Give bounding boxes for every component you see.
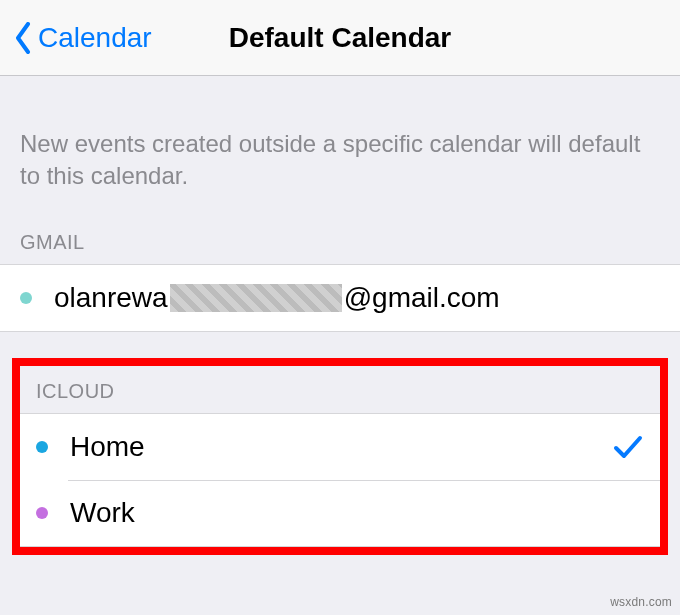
color-dot-icon <box>36 441 48 453</box>
description-text: New events created outside a specific ca… <box>20 128 660 193</box>
section-header-icloud: ICLOUD <box>20 366 660 413</box>
calendar-row-home[interactable]: Home <box>20 414 660 480</box>
calendar-row-label: Work <box>70 497 644 529</box>
gmail-list: olanrewa @gmail.com <box>0 264 680 332</box>
calendar-row-label: olanrewa @gmail.com <box>54 282 660 314</box>
description-block: New events created outside a specific ca… <box>0 76 680 217</box>
watermark-text: wsxdn.com <box>610 595 672 609</box>
back-label: Calendar <box>38 22 152 54</box>
calendar-row-label: Home <box>70 431 612 463</box>
back-button[interactable]: Calendar <box>0 22 152 54</box>
color-dot-icon <box>20 292 32 304</box>
checkmark-icon <box>612 431 644 463</box>
redacted-segment <box>170 284 342 312</box>
icloud-list: Home Work <box>20 413 660 547</box>
color-dot-icon <box>36 507 48 519</box>
email-prefix: olanrewa <box>54 282 168 314</box>
highlight-box: ICLOUD Home Work <box>12 358 668 555</box>
chevron-left-icon <box>14 22 32 54</box>
section-header-gmail: GMAIL <box>0 217 680 264</box>
nav-bar: Calendar Default Calendar <box>0 0 680 76</box>
calendar-row-gmail[interactable]: olanrewa @gmail.com <box>0 265 680 331</box>
calendar-row-work[interactable]: Work <box>20 480 660 546</box>
email-suffix: @gmail.com <box>344 282 500 314</box>
